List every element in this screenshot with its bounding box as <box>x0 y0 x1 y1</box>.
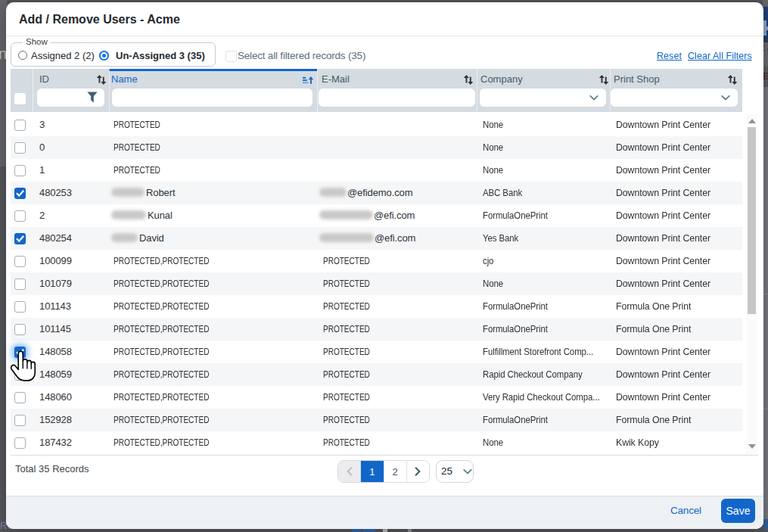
sort-icon[interactable] <box>599 75 609 85</box>
cell-id: 101079 <box>39 272 72 295</box>
save-button[interactable]: Save <box>721 499 755 523</box>
cell-id: 148060 <box>39 386 72 409</box>
column-header-company[interactable]: Company <box>480 73 523 85</box>
filter-select-shop[interactable] <box>611 89 738 107</box>
cell-company: ABC Bank <box>483 182 527 204</box>
select-all-checkbox[interactable] <box>225 51 237 62</box>
page-2-button[interactable]: 2 <box>384 461 407 482</box>
cell-name: PROTECTED,PROTECTED <box>113 250 236 272</box>
row-checkbox[interactable] <box>14 392 26 403</box>
cell-print-shop: Downtown Print Center <box>616 250 716 272</box>
assigned-radio-label[interactable]: Assigned 2 (2) <box>31 50 95 61</box>
row-checkbox[interactable] <box>14 165 26 176</box>
page-size-value: 25 <box>441 465 452 477</box>
sort-ascending-icon[interactable] <box>303 76 314 84</box>
column-divider <box>109 69 110 112</box>
cell-id: 2 <box>39 204 45 227</box>
pagination: 1 2 <box>337 460 430 483</box>
backdrop-fragment <box>383 529 387 532</box>
filter-input-id[interactable] <box>37 89 104 107</box>
sorted-column-indicator <box>109 69 317 71</box>
cancel-button[interactable]: Cancel <box>670 496 701 525</box>
table-row: 148059PROTECTED,PROTECTEDPROTECTEDRapid … <box>11 363 742 386</box>
cell-email: @efi.com <box>323 227 415 250</box>
cell-id: 100099 <box>39 250 72 272</box>
row-checkbox[interactable] <box>14 415 26 426</box>
sort-icon[interactable] <box>728 75 738 85</box>
row-checkbox[interactable] <box>14 188 26 199</box>
row-checkbox[interactable] <box>14 301 26 313</box>
table-row: 187432PROTECTED,PROTECTEDPROTECTEDNoneKw… <box>11 431 742 454</box>
table-row: 148060PROTECTED,PROTECTEDPROTECTEDVery R… <box>11 386 742 409</box>
page-size-select[interactable]: 25 <box>436 460 474 483</box>
column-header-id[interactable]: ID <box>39 73 49 85</box>
row-checkbox[interactable] <box>14 256 26 267</box>
prev-page-button[interactable] <box>338 461 361 482</box>
reset-link[interactable]: Reset <box>657 50 682 61</box>
cell-company: None <box>483 114 506 136</box>
backdrop-fragment <box>763 409 768 409</box>
filter-select-company[interactable] <box>480 89 606 107</box>
chevron-down-icon <box>721 95 730 101</box>
cell-name: PROTECTED,PROTECTED <box>113 318 236 341</box>
page-1-button[interactable]: 1 <box>361 461 384 482</box>
filter-funnel-icon[interactable] <box>87 92 98 103</box>
filter-input-email[interactable] <box>319 89 475 107</box>
row-checkbox[interactable] <box>14 278 26 290</box>
table-row: 3PROTECTEDNoneDowntown Print Center <box>11 114 742 136</box>
cell-name: Kunal <box>113 204 173 227</box>
row-checkbox[interactable] <box>14 120 26 131</box>
column-header-email[interactable]: E-Mail <box>322 73 350 85</box>
cell-name: PROTECTED,PROTECTED <box>113 295 236 318</box>
scrollbar-thumb[interactable] <box>748 127 756 314</box>
sort-icon[interactable] <box>464 75 474 85</box>
unassigned-radio[interactable] <box>99 51 109 61</box>
cell-print-shop: Downtown Print Center <box>616 182 716 204</box>
scroll-down-arrow-icon[interactable] <box>748 444 756 449</box>
cell-email: PROTECTED <box>323 295 383 318</box>
unassigned-radio-label[interactable]: Un-Assigned 3 (35) <box>116 50 205 61</box>
next-page-button[interactable] <box>407 461 429 482</box>
clear-all-filters-link[interactable]: Clear All Filters <box>688 50 752 61</box>
row-checkbox[interactable] <box>14 437 26 449</box>
cell-email: PROTECTED <box>323 363 383 386</box>
column-header-name[interactable]: Name <box>111 73 138 85</box>
backdrop-fragment <box>763 0 768 7</box>
dialog-title: Add / Remove Users - Acme <box>19 2 180 36</box>
cell-name: PROTECTED,PROTECTED <box>113 272 236 295</box>
backdrop-checkbox-fragment <box>352 529 361 532</box>
cell-print-shop: Downtown Print Center <box>616 227 716 250</box>
row-checkbox[interactable] <box>14 324 26 335</box>
cell-company: Yes Bank <box>483 227 524 250</box>
chevron-down-icon <box>463 469 472 474</box>
vertical-scrollbar[interactable] <box>746 114 757 455</box>
column-divider <box>317 69 318 112</box>
assigned-radio[interactable] <box>18 51 27 60</box>
sort-icon[interactable] <box>97 75 107 85</box>
cell-print-shop: Downtown Print Center <box>616 363 716 386</box>
cell-print-shop: Downtown Print Center <box>616 386 716 409</box>
cell-id: 1 <box>39 159 45 182</box>
cell-print-shop: Downtown Print Center <box>616 114 716 136</box>
select-all-rows-checkbox[interactable] <box>14 93 26 104</box>
mouse-cursor-hand <box>10 350 37 384</box>
cell-id: 148059 <box>39 363 72 386</box>
table-row: 0PROTECTEDNoneDowntown Print Center <box>11 136 742 159</box>
row-checkbox[interactable] <box>14 233 26 244</box>
cell-email: PROTECTED <box>323 409 383 431</box>
cell-name: PROTECTED <box>113 136 173 159</box>
column-header-shop[interactable]: Print Shop <box>614 73 660 85</box>
table-row: 2Kunal@efi.comFormulaOnePrintDowntown Pr… <box>11 204 742 227</box>
select-all-label[interactable]: Select all filtered records (35) <box>238 50 365 61</box>
cell-company: cjo <box>483 250 495 272</box>
row-checkbox[interactable] <box>14 142 26 154</box>
cell-name: PROTECTED <box>113 114 173 136</box>
column-divider <box>33 69 33 112</box>
scroll-up-arrow-icon[interactable] <box>748 119 756 123</box>
cell-company: FormulaOnePrint <box>483 295 556 318</box>
table-row: 101143PROTECTED,PROTECTEDPROTECTEDFormul… <box>11 295 742 318</box>
row-checkbox[interactable] <box>14 210 26 222</box>
filter-input-name[interactable] <box>112 89 312 107</box>
cell-id: 3 <box>39 114 45 136</box>
cell-name: PROTECTED,PROTECTED <box>113 409 236 431</box>
